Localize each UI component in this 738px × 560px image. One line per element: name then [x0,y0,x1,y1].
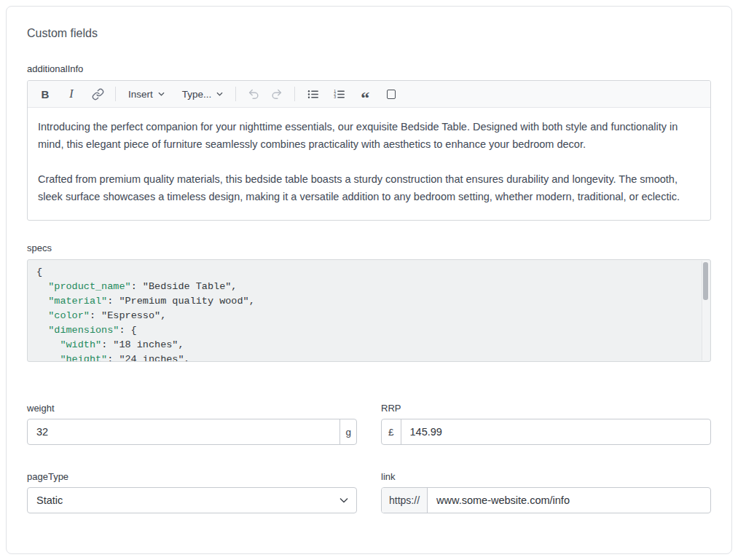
toolbar-divider [115,87,116,101]
field-link: link https:// [381,471,711,513]
paragraph: Introducing the perfect companion for yo… [38,118,700,153]
block-group: 123 “ [305,85,399,103]
blockquote-button[interactable]: “ [357,85,373,103]
bullet-list-button[interactable] [305,85,321,103]
insert-dropdown-label: Insert [128,89,153,100]
scrollbar-thumb[interactable] [703,262,708,300]
bullet-list-icon [307,88,319,100]
link-icon [92,88,104,100]
type-dropdown[interactable]: Type... [179,85,227,103]
rte-content[interactable]: Introducing the perfect companion for yo… [28,108,710,220]
rrp-control: £ [381,419,711,445]
link-label: link [381,471,711,482]
page-type-select[interactable]: Static [27,487,357,513]
blockquote-icon: “ [361,94,369,101]
undo-icon [247,87,260,100]
field-page-type: pageType Static [27,471,357,513]
chevron-down-icon [158,92,165,96]
specs-label: specs [27,242,711,253]
link-button[interactable] [90,85,106,103]
toolbar-divider [294,87,295,101]
weight-input[interactable] [28,419,339,444]
rrp-currency: £ [382,419,401,444]
link-protocol: https:// [382,488,428,513]
bold-button[interactable]: B [37,85,53,103]
history-group [246,85,285,103]
rrp-input[interactable] [401,419,710,444]
rrp-label: RRP [381,403,711,414]
undo-button[interactable] [246,85,262,103]
redo-icon [270,87,283,100]
additional-info-label: additionalInfo [27,63,711,74]
custom-fields-panel: Custom fields additionalInfo B I Insert [6,6,732,554]
square-icon [387,90,396,99]
page-type-select-wrap: Static [27,487,357,513]
type-dropdown-label: Type... [182,89,212,100]
panel-title: Custom fields [27,27,711,40]
page: Custom fields additionalInfo B I Insert [0,0,738,560]
italic-button[interactable]: I [63,85,79,103]
page-type-label: pageType [27,471,357,482]
rte-toolbar: B I Insert Type... [28,81,710,108]
code-line: "color": "Espresso", [36,309,693,323]
code-line: "dimensions": { [36,323,693,338]
dropdown-group: Insert Type... [125,85,226,103]
weight-unit: g [339,419,356,444]
ordered-list-button[interactable]: 123 [331,85,347,103]
pagetype-link-row: pageType Static link https:// [27,471,711,513]
insert-dropdown[interactable]: Insert [125,85,168,103]
rich-text-editor: B I Insert Type... [27,80,711,221]
field-weight: weight g [27,403,357,445]
ordered-list-icon: 123 [333,88,345,100]
code-line: "width": "18 inches", [36,338,693,352]
toolbar-divider [235,87,236,101]
svg-text:3: 3 [334,95,336,99]
link-input[interactable] [428,488,710,513]
code-line: { [36,265,693,280]
field-rrp: RRP £ [381,403,711,445]
specs-code-editor[interactable]: { "product_name": "Bedside Table", "mate… [27,259,711,362]
code-line: "height": "24 inches", [36,352,693,362]
weight-rrp-row: weight g RRP £ [27,403,711,445]
chevron-down-icon [216,92,223,96]
weight-control: g [27,419,357,445]
specs-code-lines: { "product_name": "Bedside Table", "mate… [36,265,693,362]
weight-label: weight [27,403,357,414]
scrollbar-track[interactable] [702,261,710,360]
redo-button[interactable] [269,85,285,103]
format-group: B I [37,85,106,103]
code-line: "material": "Premium quality wood", [36,294,693,309]
link-control: https:// [381,487,711,513]
code-block-button[interactable] [383,85,399,103]
code-line: "product_name": "Bedside Table", [36,280,693,294]
paragraph: Crafted from premium quality materials, … [38,170,700,205]
